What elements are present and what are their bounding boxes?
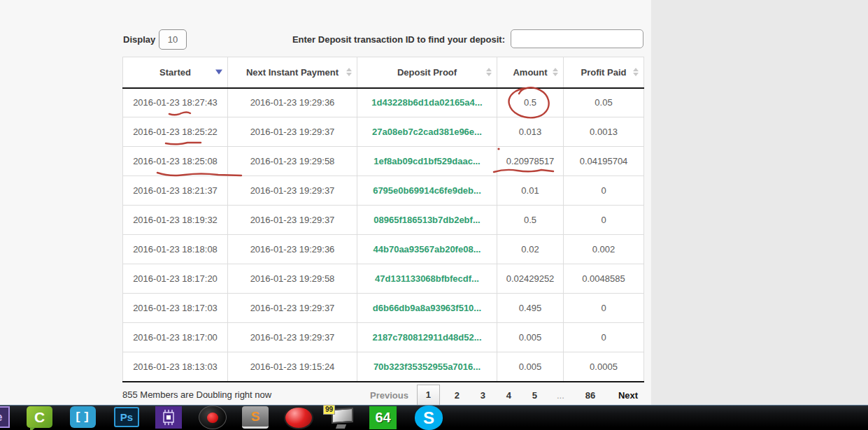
- profit-paid-cell: 0.04195704: [564, 147, 644, 176]
- members-status-text: 855 Members are Doubling right now: [122, 389, 271, 400]
- sixty-four-icon[interactable]: 64: [369, 406, 397, 429]
- amount-cell: 0.02429252: [497, 264, 564, 294]
- chip-utility-icon[interactable]: [155, 406, 182, 429]
- sublime-text-icon[interactable]: S: [242, 406, 269, 429]
- pagination-page-3[interactable]: 3: [470, 390, 496, 401]
- sort-desc-icon: [215, 70, 222, 75]
- sort-both-icon: [553, 68, 558, 76]
- deposits-table: Started Next Instant Payment Deposit Pro…: [122, 57, 644, 382]
- table-row: 2016-01-23 18:17:20 2016-01-23 19:29:58 …: [123, 264, 644, 294]
- started-cell: 2016-01-23 18:21:37: [123, 176, 228, 206]
- table-row: 2016-01-23 18:21:37 2016-01-23 19:29:37 …: [123, 176, 644, 206]
- next-payment-cell: 2016-01-23 19:29:58: [228, 147, 357, 176]
- amount-cell: 0.495: [497, 294, 564, 323]
- profit-paid-cell: 0.002: [564, 235, 644, 264]
- display-label: Display: [123, 34, 155, 45]
- table-row: 2016-01-23 18:25:22 2016-01-23 19:29:37 …: [123, 117, 644, 147]
- started-cell: 2016-01-23 18:13:03: [123, 352, 228, 382]
- profit-paid-cell: 0: [564, 323, 644, 352]
- started-cell: 2016-01-23 18:17:00: [123, 323, 228, 352]
- next-payment-cell: 2016-01-23 19:29:36: [228, 88, 357, 117]
- started-cell: 2016-01-23 18:25:08: [123, 147, 228, 176]
- pagination-page-86[interactable]: 86: [574, 390, 607, 401]
- amount-cell: 0.01: [497, 176, 564, 206]
- deposit-proof-link[interactable]: 47d131133068bfbfecdf...: [375, 273, 479, 284]
- deposit-proof-link[interactable]: 44b70aa93567ab20fe08...: [373, 244, 481, 255]
- next-payment-cell: 2016-01-23 19:29:37: [228, 323, 357, 352]
- next-payment-cell: 2016-01-23 19:29:37: [228, 117, 357, 147]
- profit-paid-cell: 0: [564, 206, 644, 235]
- next-payment-cell: 2016-01-23 19:29:58: [228, 264, 357, 294]
- next-payment-cell: 2016-01-23 19:15:24: [228, 352, 357, 382]
- profit-paid-cell: 0: [564, 294, 644, 323]
- brackets-icon[interactable]: []: [70, 406, 96, 428]
- profit-paid-cell: 0.0013: [564, 117, 644, 147]
- started-cell: 2016-01-23 18:25:22: [123, 117, 228, 147]
- pagination-page-2[interactable]: 2: [444, 390, 470, 401]
- pagination-previous[interactable]: Previous: [366, 390, 417, 401]
- sort-both-icon: [486, 68, 492, 76]
- adobe-app-icon[interactable]: e: [0, 406, 10, 428]
- started-cell: 2016-01-23 18:18:08: [123, 235, 228, 264]
- deposit-proof-link[interactable]: 6795e0b69914c6fe9deb...: [373, 185, 481, 196]
- display-count-select[interactable]: 10: [159, 29, 187, 50]
- deposit-search-input[interactable]: [511, 29, 643, 48]
- pagination-ellipsis: ...: [548, 390, 574, 401]
- camtasia-icon[interactable]: C: [27, 406, 52, 428]
- amount-cell: 0.5: [497, 88, 564, 117]
- column-header-amount[interactable]: Amount: [497, 57, 564, 88]
- sort-both-icon: [346, 68, 352, 76]
- remote-monitor-icon[interactable]: 99: [322, 406, 355, 429]
- table-row: 2016-01-23 18:17:00 2016-01-23 19:29:37 …: [123, 323, 644, 352]
- skype-icon[interactable]: S: [415, 406, 443, 430]
- started-cell: 2016-01-23 18:17:20: [123, 264, 228, 294]
- amount-cell: 0.005: [497, 352, 564, 382]
- pagination-page-5[interactable]: 5: [522, 390, 548, 401]
- screen-recorder-icon[interactable]: [199, 406, 227, 429]
- amount-cell: 0.5: [497, 206, 564, 235]
- taskbar: e C [] Ps S 99 64 S: [0, 405, 868, 430]
- profit-paid-cell: 0.0005: [564, 352, 644, 382]
- deposit-proof-link[interactable]: 70b323f35352955a7016...: [373, 361, 481, 372]
- started-cell: 2016-01-23 18:27:43: [123, 88, 228, 117]
- profit-paid-cell: 0.05: [564, 88, 644, 117]
- amount-cell: 0.013: [497, 117, 564, 147]
- profit-paid-cell: 0: [564, 176, 644, 206]
- deposit-proof-link[interactable]: 1ef8ab09cd1bf529daac...: [373, 156, 480, 166]
- next-payment-cell: 2016-01-23 19:29:36: [228, 235, 357, 264]
- table-header-row: Started Next Instant Payment Deposit Pro…: [123, 57, 644, 88]
- badge-99: 99: [323, 405, 335, 415]
- deposit-proof-link[interactable]: 1d43228b6d1da02165a4...: [371, 97, 482, 108]
- pagination-page-4[interactable]: 4: [496, 390, 522, 401]
- deposit-proof-link[interactable]: d6b66db9a8a93963f510...: [373, 303, 481, 313]
- chip-glyph: [160, 408, 177, 427]
- deposit-search-label: Enter Deposit transaction ID to find you…: [252, 34, 505, 45]
- amount-cell: 0.20978517: [497, 147, 564, 176]
- deposit-proof-link[interactable]: 2187c780812911d48d52...: [372, 332, 481, 343]
- sort-both-icon: [633, 68, 639, 76]
- pagination: Previous 1 2 3 4 5 ... 86 Next: [366, 384, 643, 406]
- pagination-next[interactable]: Next: [607, 390, 643, 401]
- photoshop-icon[interactable]: Ps: [114, 407, 139, 427]
- table-row: 2016-01-23 18:25:08 2016-01-23 19:29:58 …: [123, 147, 644, 176]
- table-row: 2016-01-23 18:19:32 2016-01-23 19:29:37 …: [123, 206, 644, 235]
- column-header-next-payment[interactable]: Next Instant Payment: [228, 57, 357, 88]
- table-row: 2016-01-23 18:18:08 2016-01-23 19:29:36 …: [123, 235, 644, 264]
- deposit-proof-link[interactable]: 08965f186513b7db2ebf...: [373, 215, 480, 225]
- profit-paid-cell: 0.0048585: [564, 264, 644, 294]
- next-payment-cell: 2016-01-23 19:29:37: [228, 206, 357, 235]
- table-row: 2016-01-23 18:27:43 2016-01-23 19:29:36 …: [123, 88, 644, 117]
- column-header-deposit-proof[interactable]: Deposit Proof: [357, 57, 497, 88]
- pagination-page-1-active[interactable]: 1: [417, 385, 440, 406]
- column-header-started[interactable]: Started: [123, 57, 228, 88]
- next-payment-cell: 2016-01-23 19:29:37: [228, 176, 357, 206]
- column-header-profit-paid[interactable]: Profit Paid: [564, 57, 644, 88]
- deposit-proof-link[interactable]: 27a08eb7c2cad381e96e...: [372, 127, 482, 137]
- monitor-stand: [336, 424, 346, 429]
- amount-cell: 0.02: [497, 235, 564, 264]
- table-row: 2016-01-23 18:13:03 2016-01-23 19:15:24 …: [123, 352, 644, 382]
- record-button-icon[interactable]: [284, 406, 313, 429]
- started-cell: 2016-01-23 18:19:32: [123, 206, 228, 235]
- table-row: 2016-01-23 18:17:03 2016-01-23 19:29:37 …: [123, 294, 644, 323]
- amount-cell: 0.005: [497, 323, 564, 352]
